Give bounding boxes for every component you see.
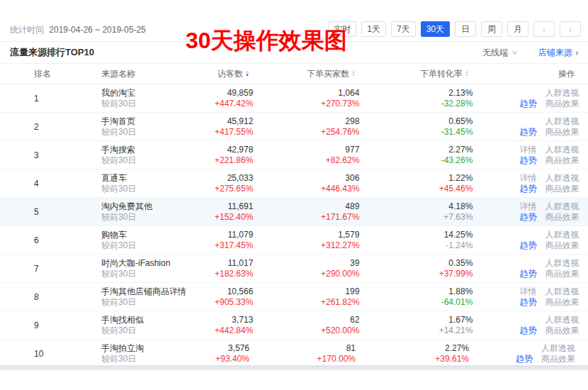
trend-link[interactable]: 趋势 — [519, 184, 536, 194]
compare-period-label: 较前30日 — [101, 269, 215, 279]
detail-link[interactable]: 详情 — [519, 145, 536, 155]
product-effect-link[interactable]: 商品效果 — [545, 155, 579, 166]
conversion-cell: 2.27% +39.61% — [356, 343, 469, 364]
visitors-change: +152.40% — [215, 212, 253, 222]
rank-cell: 1 — [0, 94, 101, 104]
operations-cell: 详情 人群透视 趋势 商品效果 — [473, 88, 579, 109]
trend-link[interactable]: 趋势 — [519, 325, 536, 336]
crowd-insight-link[interactable]: 人群透视 — [545, 315, 579, 325]
period-button-6[interactable]: 周 — [481, 21, 502, 37]
detail-link[interactable]: 详情 — [519, 201, 536, 212]
trend-link[interactable]: 趋势 — [519, 297, 536, 308]
header-visitors[interactable]: 访客数▲▼ — [215, 68, 249, 80]
conversion-value: 14.25% — [359, 230, 473, 240]
conversion-cell: 1.22% +45.46% — [359, 173, 473, 194]
product-effect-link[interactable]: 商品效果 — [541, 354, 575, 364]
compare-period-label: 较前30日 — [101, 240, 215, 250]
crowd-insight-link[interactable]: 人群透视 — [545, 258, 579, 269]
rank-cell: 3 — [0, 150, 101, 160]
product-effect-link[interactable]: 商品效果 — [545, 325, 579, 336]
conversion-change: -31.45% — [359, 127, 473, 137]
operations-cell: 详情 人群透视 趋势 商品效果 — [473, 315, 579, 336]
buyers-cell: 489 +171.67% — [253, 201, 359, 222]
product-effect-link[interactable]: 商品效果 — [545, 212, 579, 223]
buyers-cell: 39 +290.00% — [253, 258, 359, 279]
buyers-change: +82.62% — [253, 155, 359, 165]
compare-period-label: 较前30日 — [101, 99, 215, 108]
compare-period-label: 较前30日 — [101, 297, 215, 307]
product-effect-link[interactable]: 商品效果 — [545, 127, 579, 138]
shop-source-label: 店铺来源 — [538, 47, 572, 59]
period-button-2[interactable]: 1天 — [361, 21, 386, 37]
product-effect-link[interactable]: 商品效果 — [545, 297, 579, 308]
period-button-5[interactable]: 日 — [455, 21, 476, 37]
conversion-value: 0.65% — [359, 116, 473, 127]
buyers-change: +446.43% — [253, 184, 359, 194]
product-effect-link[interactable]: 商品效果 — [545, 99, 579, 109]
rank-cell: 6 — [0, 235, 101, 245]
crowd-insight-link[interactable]: 人群透视 — [545, 173, 579, 184]
detail-link[interactable]: 详情 — [519, 173, 536, 184]
period-button-4[interactable]: 30天 — [421, 21, 450, 37]
product-effect-link[interactable]: 商品效果 — [545, 240, 579, 251]
crowd-insight-link[interactable]: 人群透视 — [545, 116, 579, 127]
trend-link[interactable]: 趋势 — [516, 354, 533, 364]
crowd-insight-link[interactable]: 人群透视 — [545, 286, 579, 297]
conversion-value: 2.27% — [359, 145, 473, 155]
product-effect-link[interactable]: 商品效果 — [545, 184, 579, 194]
crowd-insight-link[interactable]: 人群透视 — [545, 201, 579, 212]
period-button-1[interactable]: 实时 — [328, 21, 356, 37]
crowd-insight-link[interactable]: 人群透视 — [541, 343, 575, 354]
table-row: 10 手淘拍立淘 较前30日 3,576 +93.40% 81 +170.00%… — [0, 340, 588, 368]
trend-link[interactable]: 趋势 — [519, 240, 536, 251]
source-name-cell: 手淘找相似 较前30日 — [101, 315, 215, 335]
visitors-cell: 49,859 +447.42% — [215, 88, 253, 108]
table-row: 5 淘内免费其他 较前30日 11,691 +152.40% 489 +171.… — [0, 198, 588, 226]
header-conversion[interactable]: 下单转化率▲▼ — [356, 68, 469, 80]
source-name-cell: 手淘搜索 较前30日 — [101, 145, 215, 165]
buyers-value: 199 — [253, 286, 359, 297]
trend-link[interactable]: 趋势 — [519, 155, 536, 166]
conversion-cell: 1.88% -64.01% — [359, 286, 473, 307]
trend-link[interactable]: 趋势 — [519, 212, 536, 223]
visitors-change: +182.63% — [215, 269, 253, 279]
compare-period-label: 较前30日 — [101, 184, 215, 194]
period-button-7[interactable]: 月 — [507, 21, 528, 37]
shop-source-link[interactable]: 店铺来源 › — [538, 47, 578, 59]
compare-period-label: 较前30日 — [101, 354, 215, 364]
source-name-cell: 手淘其他店铺商品详情 较前30日 — [101, 286, 215, 307]
stat-time: 统计时间 2019-04-26 ~ 2019-05-25 — [10, 24, 146, 36]
horizontal-scrollbar[interactable] — [0, 365, 588, 370]
period-button-3[interactable]: 7天 — [391, 21, 416, 37]
conversion-change: -64.01% — [359, 297, 473, 307]
operations-cell: 详情 人群透视 趋势 商品效果 — [473, 145, 579, 166]
buyers-value: 977 — [253, 145, 359, 155]
header-buyers[interactable]: 下单买家数▲▼ — [249, 68, 356, 80]
prev-page-button[interactable]: ‹ — [533, 21, 555, 37]
trend-link[interactable]: 趋势 — [519, 127, 536, 138]
operations-cell: 详情 人群透视 趋势 商品效果 — [473, 258, 579, 279]
table-row: 4 直通车 较前30日 25,033 +275.65% 306 +446.43%… — [0, 169, 588, 198]
source-name-cell: 手淘拍立淘 较前30日 — [101, 343, 215, 364]
visitors-value: 49,859 — [215, 88, 253, 99]
crowd-insight-link[interactable]: 人群透视 — [545, 230, 579, 240]
conversion-value: 1.88% — [359, 286, 473, 297]
table-row: 3 手淘搜索 较前30日 42,978 +221.86% 977 +82.62%… — [0, 141, 588, 169]
next-page-button[interactable]: › — [560, 21, 581, 37]
trend-link[interactable]: 趋势 — [519, 269, 536, 279]
trend-link[interactable]: 趋势 — [519, 99, 536, 109]
conversion-change: +14.21% — [359, 325, 473, 335]
visitors-cell: 3,713 +442.84% — [215, 315, 253, 335]
table-row: 8 手淘其他店铺商品详情 较前30日 10,566 +905.33% 199 +… — [0, 283, 588, 311]
operations-cell: 详情 人群透视 趋势 商品效果 — [473, 201, 579, 223]
buyers-value: 306 — [253, 173, 359, 184]
crowd-insight-link[interactable]: 人群透视 — [545, 88, 579, 99]
panel-header: 流量来源排行TOP10 无线端 ∨ 店铺来源 › — [0, 42, 588, 63]
visitors-cell: 11,017 +182.63% — [215, 258, 253, 279]
detail-link[interactable]: 详情 — [519, 286, 536, 297]
period-toolbar: 实时1天7天30天日周月 ‹ › — [328, 21, 581, 37]
crowd-insight-link[interactable]: 人群透视 — [545, 145, 579, 155]
product-effect-link[interactable]: 商品效果 — [545, 269, 579, 279]
visitors-change: +93.40% — [215, 354, 249, 364]
terminal-filter-dropdown[interactable]: 无线端 ∨ — [482, 47, 517, 59]
